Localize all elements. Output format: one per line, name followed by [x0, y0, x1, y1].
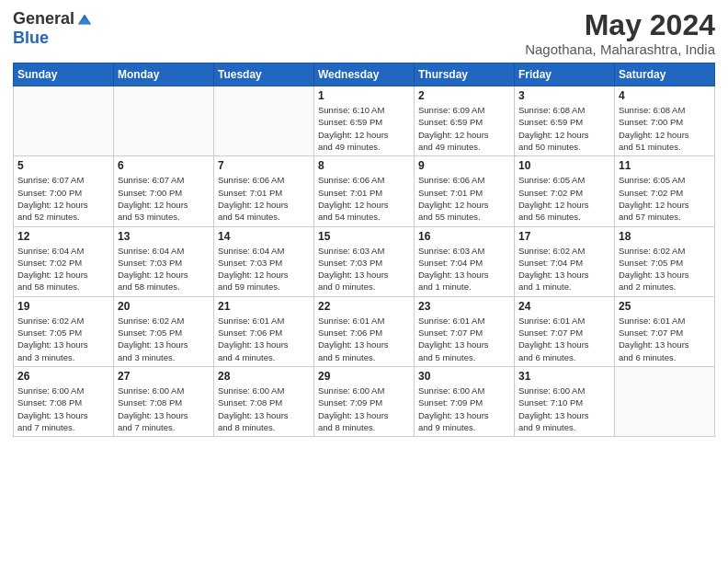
calendar-cell: 16Sunrise: 6:03 AM Sunset: 7:04 PM Dayli… [415, 226, 515, 296]
day-number: 14 [218, 230, 310, 243]
calendar-cell: 10Sunrise: 6:05 AM Sunset: 7:02 PM Dayli… [515, 156, 615, 226]
calendar-cell: 23Sunrise: 6:01 AM Sunset: 7:07 PM Dayli… [415, 296, 515, 366]
day-info: Sunrise: 6:08 AM Sunset: 7:00 PM Dayligh… [619, 104, 711, 153]
day-number: 12 [17, 230, 109, 243]
col-wednesday: Wednesday [314, 63, 415, 86]
calendar-cell: 1Sunrise: 6:10 AM Sunset: 6:59 PM Daylig… [314, 86, 415, 156]
calendar-cell: 31Sunrise: 6:00 AM Sunset: 7:10 PM Dayli… [515, 366, 615, 436]
day-number: 25 [619, 300, 711, 313]
day-info: Sunrise: 6:03 AM Sunset: 7:03 PM Dayligh… [318, 245, 410, 293]
main-title: May 2024 [525, 9, 715, 41]
calendar-cell [14, 86, 114, 156]
logo: General Blue [13, 9, 93, 48]
day-number: 23 [418, 300, 510, 313]
day-number: 4 [619, 89, 711, 102]
day-info: Sunrise: 6:06 AM Sunset: 7:01 PM Dayligh… [218, 174, 310, 223]
day-info: Sunrise: 6:02 AM Sunset: 7:05 PM Dayligh… [118, 315, 210, 363]
day-number: 11 [619, 159, 711, 172]
col-saturday: Saturday [615, 63, 715, 86]
title-area: May 2024 Nagothana, Maharashtra, India [525, 9, 715, 57]
calendar-cell [615, 366, 715, 436]
calendar-header-row: Sunday Monday Tuesday Wednesday Thursday… [14, 63, 715, 86]
day-number: 1 [318, 89, 410, 102]
calendar-cell: 26Sunrise: 6:00 AM Sunset: 7:08 PM Dayli… [14, 366, 114, 436]
day-number: 16 [418, 230, 510, 243]
day-info: Sunrise: 6:07 AM Sunset: 7:00 PM Dayligh… [118, 174, 210, 223]
day-info: Sunrise: 6:02 AM Sunset: 7:05 PM Dayligh… [17, 315, 109, 363]
day-number: 13 [118, 230, 210, 243]
calendar-cell: 21Sunrise: 6:01 AM Sunset: 7:06 PM Dayli… [214, 296, 314, 366]
calendar-cell: 5Sunrise: 6:07 AM Sunset: 7:00 PM Daylig… [14, 156, 114, 226]
logo-icon [76, 11, 93, 28]
day-number: 18 [619, 230, 711, 243]
calendar-week-row: 1Sunrise: 6:10 AM Sunset: 6:59 PM Daylig… [14, 86, 715, 156]
day-number: 31 [518, 370, 610, 383]
day-number: 10 [518, 159, 610, 172]
subtitle: Nagothana, Maharashtra, India [525, 41, 715, 57]
day-info: Sunrise: 6:01 AM Sunset: 7:07 PM Dayligh… [619, 315, 711, 363]
calendar-cell: 6Sunrise: 6:07 AM Sunset: 7:00 PM Daylig… [114, 156, 214, 226]
calendar-week-row: 26Sunrise: 6:00 AM Sunset: 7:08 PM Dayli… [14, 366, 715, 436]
calendar-cell: 22Sunrise: 6:01 AM Sunset: 7:06 PM Dayli… [314, 296, 415, 366]
calendar-cell: 3Sunrise: 6:08 AM Sunset: 6:59 PM Daylig… [515, 86, 615, 156]
logo-general: General [13, 9, 74, 29]
logo-blue: Blue [13, 29, 49, 47]
calendar-cell: 4Sunrise: 6:08 AM Sunset: 7:00 PM Daylig… [615, 86, 715, 156]
day-number: 5 [17, 159, 109, 172]
calendar: Sunday Monday Tuesday Wednesday Thursday… [13, 63, 715, 437]
calendar-week-row: 19Sunrise: 6:02 AM Sunset: 7:05 PM Dayli… [14, 296, 715, 366]
calendar-cell: 17Sunrise: 6:02 AM Sunset: 7:04 PM Dayli… [515, 226, 615, 296]
day-number: 2 [418, 89, 510, 102]
calendar-cell: 13Sunrise: 6:04 AM Sunset: 7:03 PM Dayli… [114, 226, 214, 296]
day-info: Sunrise: 6:01 AM Sunset: 7:07 PM Dayligh… [418, 315, 510, 363]
calendar-cell [114, 86, 214, 156]
col-tuesday: Tuesday [214, 63, 314, 86]
calendar-cell: 19Sunrise: 6:02 AM Sunset: 7:05 PM Dayli… [14, 296, 114, 366]
day-info: Sunrise: 6:06 AM Sunset: 7:01 PM Dayligh… [418, 174, 510, 223]
calendar-cell: 20Sunrise: 6:02 AM Sunset: 7:05 PM Dayli… [114, 296, 214, 366]
day-number: 24 [518, 300, 610, 313]
calendar-cell: 18Sunrise: 6:02 AM Sunset: 7:05 PM Dayli… [615, 226, 715, 296]
day-info: Sunrise: 6:05 AM Sunset: 7:02 PM Dayligh… [619, 174, 711, 223]
col-thursday: Thursday [415, 63, 515, 86]
day-number: 15 [318, 230, 410, 243]
day-number: 19 [17, 300, 109, 313]
calendar-cell: 28Sunrise: 6:00 AM Sunset: 7:08 PM Dayli… [214, 366, 314, 436]
calendar-cell: 7Sunrise: 6:06 AM Sunset: 7:01 PM Daylig… [214, 156, 314, 226]
day-info: Sunrise: 6:04 AM Sunset: 7:02 PM Dayligh… [17, 245, 109, 293]
day-number: 22 [318, 300, 410, 313]
day-number: 20 [118, 300, 210, 313]
calendar-week-row: 5Sunrise: 6:07 AM Sunset: 7:00 PM Daylig… [14, 156, 715, 226]
day-info: Sunrise: 6:00 AM Sunset: 7:08 PM Dayligh… [118, 385, 210, 433]
day-number: 21 [218, 300, 310, 313]
calendar-cell: 24Sunrise: 6:01 AM Sunset: 7:07 PM Dayli… [515, 296, 615, 366]
day-info: Sunrise: 6:00 AM Sunset: 7:08 PM Dayligh… [218, 385, 310, 433]
logo-text: General [13, 9, 93, 29]
calendar-cell: 2Sunrise: 6:09 AM Sunset: 6:59 PM Daylig… [415, 86, 515, 156]
calendar-cell: 9Sunrise: 6:06 AM Sunset: 7:01 PM Daylig… [415, 156, 515, 226]
day-info: Sunrise: 6:01 AM Sunset: 7:06 PM Dayligh… [218, 315, 310, 363]
day-info: Sunrise: 6:04 AM Sunset: 7:03 PM Dayligh… [118, 245, 210, 293]
day-number: 26 [17, 370, 109, 383]
calendar-cell: 8Sunrise: 6:06 AM Sunset: 7:01 PM Daylig… [314, 156, 415, 226]
calendar-cell: 25Sunrise: 6:01 AM Sunset: 7:07 PM Dayli… [615, 296, 715, 366]
day-number: 29 [318, 370, 410, 383]
day-info: Sunrise: 6:00 AM Sunset: 7:09 PM Dayligh… [318, 385, 410, 433]
calendar-cell: 30Sunrise: 6:00 AM Sunset: 7:09 PM Dayli… [415, 366, 515, 436]
day-number: 6 [118, 159, 210, 172]
day-number: 7 [218, 159, 310, 172]
page: General Blue May 2024 Nagothana, Maharas… [0, 0, 728, 563]
day-number: 3 [518, 89, 610, 102]
day-number: 9 [418, 159, 510, 172]
calendar-cell: 29Sunrise: 6:00 AM Sunset: 7:09 PM Dayli… [314, 366, 415, 436]
day-info: Sunrise: 6:02 AM Sunset: 7:04 PM Dayligh… [518, 245, 610, 293]
day-number: 27 [118, 370, 210, 383]
header: General Blue May 2024 Nagothana, Maharas… [13, 9, 715, 57]
day-number: 30 [418, 370, 510, 383]
calendar-cell: 14Sunrise: 6:04 AM Sunset: 7:03 PM Dayli… [214, 226, 314, 296]
calendar-week-row: 12Sunrise: 6:04 AM Sunset: 7:02 PM Dayli… [14, 226, 715, 296]
day-info: Sunrise: 6:01 AM Sunset: 7:06 PM Dayligh… [318, 315, 410, 363]
col-sunday: Sunday [14, 63, 114, 86]
day-info: Sunrise: 6:05 AM Sunset: 7:02 PM Dayligh… [518, 174, 610, 223]
calendar-cell: 11Sunrise: 6:05 AM Sunset: 7:02 PM Dayli… [615, 156, 715, 226]
